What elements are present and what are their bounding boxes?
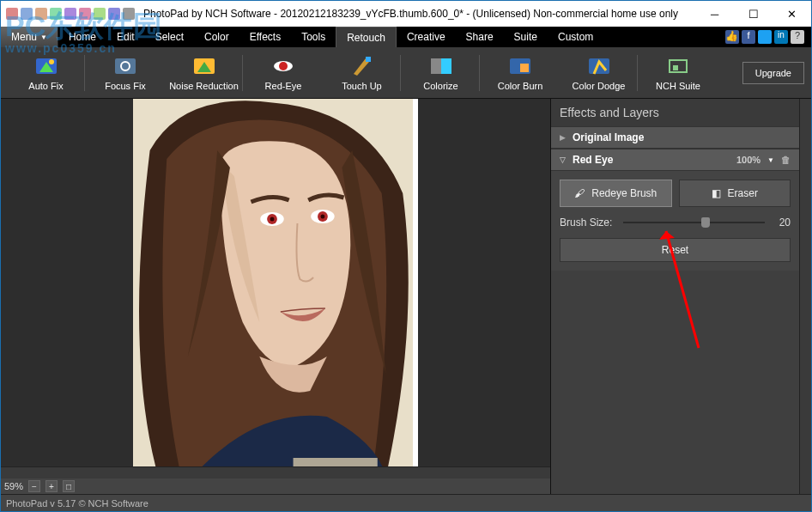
tab-retouch[interactable]: Retouch: [336, 27, 397, 47]
qat-icon[interactable]: [79, 8, 91, 20]
minimize-button[interactable]: ─: [695, 1, 734, 27]
effects-and-layers-panel: Effects and Layers ▶ Original Image ▽ Re…: [550, 99, 799, 494]
tab-select[interactable]: Select: [145, 27, 194, 47]
brush-size-value: 20: [773, 216, 791, 229]
chevron-down-icon: ▼: [40, 34, 47, 41]
thumbs-up-icon[interactable]: 👍: [725, 30, 739, 44]
svg-rect-11: [441, 58, 451, 74]
tool-label: Auto Fix: [28, 81, 63, 91]
brush-size-slider[interactable]: [623, 216, 765, 229]
tab-color[interactable]: Color: [194, 27, 239, 47]
accordion-original-image[interactable]: ▶ Original Image: [551, 126, 799, 149]
tool-color-burn[interactable]: Color Burn: [482, 55, 559, 91]
touch-up-icon: [350, 55, 374, 77]
maximize-button[interactable]: ☐: [734, 1, 773, 27]
menu-label: Menu: [11, 31, 37, 43]
svg-rect-13: [520, 64, 529, 72]
eraser-button[interactable]: ◧ Eraser: [679, 180, 791, 207]
tool-label: Noise Reduction: [169, 81, 239, 91]
tab-effects[interactable]: Effects: [239, 27, 291, 47]
tool-label: Color Burn: [498, 81, 543, 91]
trash-icon[interactable]: 🗑: [781, 155, 791, 165]
red-eye-panel-body: 🖌 Redeye Brush ◧ Eraser Brush Size: 20: [551, 171, 799, 271]
accordion-label: Red Eye: [573, 154, 613, 166]
svg-point-23: [320, 215, 324, 219]
tool-label: Red-Eye: [265, 81, 302, 91]
status-text: PhotoPad v 5.17 © NCH Software: [6, 498, 148, 509]
slider-thumb[interactable]: [701, 217, 710, 228]
tab-suite[interactable]: Suite: [504, 27, 548, 47]
titlebar: PhotoPad by NCH Software - 2012021218323…: [1, 1, 811, 27]
menubar: Menu ▼ Home Edit Select Color Effects To…: [1, 27, 811, 47]
status-bar: PhotoPad v 5.17 © NCH Software: [1, 494, 811, 511]
svg-point-2: [49, 59, 54, 64]
reset-button[interactable]: Reset: [560, 238, 791, 262]
tool-focus-fix[interactable]: Focus Fix: [87, 55, 164, 91]
ribbon-toolbar: Auto Fix Focus Fix Noise Reduction Red-E…: [1, 47, 811, 99]
red-eye-icon: [271, 55, 295, 77]
tool-label: Touch Up: [342, 81, 381, 91]
noise-reduction-icon: [192, 55, 216, 77]
facebook-icon[interactable]: f: [742, 30, 755, 44]
tab-custom[interactable]: Custom: [548, 27, 603, 47]
twitter-icon[interactable]: [758, 30, 772, 44]
tool-label: Focus Fix: [105, 81, 146, 91]
tool-label: Colorize: [423, 81, 458, 91]
tool-red-eye[interactable]: Red-Eye: [245, 55, 322, 91]
zoom-fit-button[interactable]: □: [63, 480, 75, 492]
upgrade-button[interactable]: Upgrade: [742, 62, 804, 84]
focus-fix-icon: [113, 55, 137, 77]
tool-touch-up[interactable]: Touch Up: [324, 55, 401, 91]
chevron-down-icon[interactable]: ▼: [767, 156, 774, 164]
qat-icon[interactable]: [35, 8, 47, 20]
tool-nch-suite[interactable]: NCH Suite: [639, 55, 717, 91]
qat-icon[interactable]: [94, 8, 106, 20]
image-canvas[interactable]: [133, 99, 418, 466]
redeye-brush-button[interactable]: 🖌 Redeye Brush: [560, 180, 672, 207]
tab-edit[interactable]: Edit: [106, 27, 145, 47]
auto-fix-icon: [34, 55, 58, 77]
quick-access-icons: [1, 8, 140, 20]
zoom-in-button[interactable]: +: [45, 480, 58, 492]
svg-rect-24: [294, 458, 378, 466]
zoom-bar: 59% − + □: [1, 478, 550, 494]
accordion-label: Original Image: [573, 131, 644, 143]
vertical-scrollbar[interactable]: [799, 99, 811, 494]
zoom-value: 59%: [4, 481, 23, 491]
svg-rect-10: [431, 58, 441, 74]
window-title: PhotoPad by NCH Software - 2012021218323…: [140, 8, 695, 20]
qat-icon[interactable]: [6, 8, 18, 20]
brush-icon: 🖌: [574, 187, 585, 199]
tool-colorize[interactable]: Colorize: [403, 55, 480, 91]
tool-noise-reduction[interactable]: Noise Reduction: [166, 55, 243, 91]
qat-icon[interactable]: [21, 8, 33, 20]
info-icon[interactable]: ?: [791, 30, 804, 44]
tab-home[interactable]: Home: [58, 27, 106, 47]
canvas-viewport[interactable]: [1, 99, 550, 466]
colorize-icon: [429, 55, 453, 77]
main-menu-button[interactable]: Menu ▼: [1, 27, 58, 47]
tab-tools[interactable]: Tools: [291, 27, 336, 47]
tab-share[interactable]: Share: [456, 27, 504, 47]
svg-rect-16: [673, 65, 678, 70]
chevron-right-icon: ▶: [560, 133, 566, 142]
accordion-red-eye[interactable]: ▽ Red Eye 100% ▼ 🗑: [551, 149, 799, 171]
panel-title: Effects and Layers: [551, 99, 799, 126]
horizontal-scrollbar[interactable]: [1, 466, 550, 478]
opacity-value: 100%: [736, 155, 760, 165]
qat-icon[interactable]: [50, 8, 62, 20]
svg-point-20: [270, 217, 275, 222]
tool-label: NCH Suite: [656, 81, 700, 91]
qat-icon[interactable]: [64, 8, 76, 20]
linkedin-icon[interactable]: in: [774, 30, 788, 44]
tab-creative[interactable]: Creative: [397, 27, 456, 47]
svg-point-8: [279, 62, 288, 70]
zoom-out-button[interactable]: −: [28, 480, 40, 492]
qat-icon[interactable]: [123, 8, 135, 20]
tool-color-dodge[interactable]: Color Dodge: [561, 55, 638, 91]
tool-auto-fix[interactable]: Auto Fix: [8, 55, 85, 91]
svg-rect-9: [366, 57, 371, 62]
qat-icon[interactable]: [108, 8, 120, 20]
button-label: Eraser: [728, 187, 758, 199]
close-button[interactable]: ✕: [773, 1, 811, 27]
